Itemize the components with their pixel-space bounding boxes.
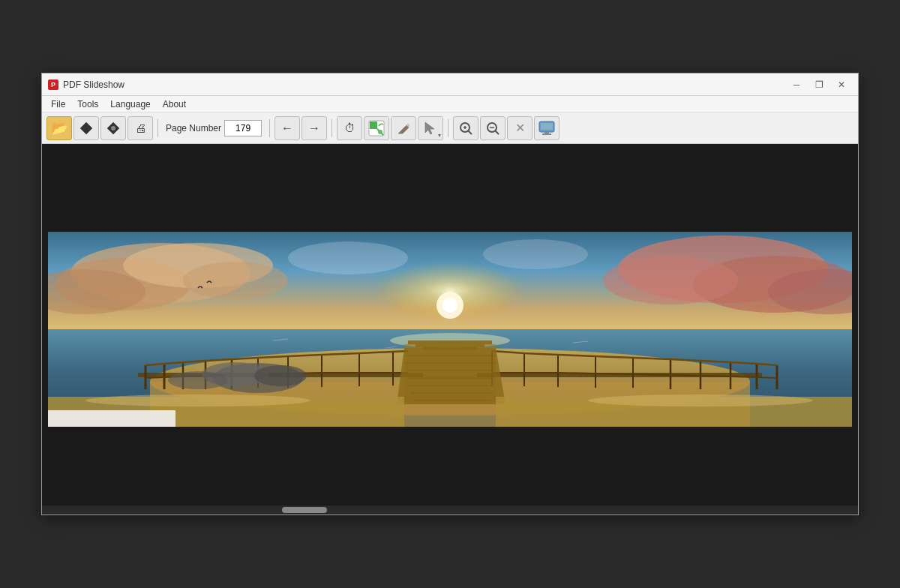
application-window: P PDF Slideshow ─ ❐ ✕ File Tools Languag… xyxy=(41,73,859,515)
content-area xyxy=(42,144,858,514)
menu-about[interactable]: About xyxy=(157,98,192,111)
toolbar-separator-4 xyxy=(448,119,448,137)
transition-button[interactable] xyxy=(364,116,389,140)
page-number-container: Page Number xyxy=(166,120,262,136)
previous-page-button[interactable]: ← xyxy=(274,116,300,140)
svg-point-82 xyxy=(254,365,307,386)
toolbar: 📂 🖨 Page Number xyxy=(42,112,858,144)
svg-point-30 xyxy=(183,262,288,299)
svg-point-2 xyxy=(111,126,116,130)
toolbar-separator-2 xyxy=(269,119,270,137)
horizontal-scrollbar[interactable] xyxy=(42,506,858,514)
scrollbar-thumb[interactable] xyxy=(282,507,327,513)
play-button[interactable] xyxy=(74,116,99,140)
svg-marker-9 xyxy=(425,122,434,134)
svg-point-25 xyxy=(442,298,458,313)
svg-rect-46 xyxy=(408,340,492,344)
slide-image xyxy=(48,232,852,427)
svg-line-16 xyxy=(495,130,499,134)
svg-point-83 xyxy=(168,371,228,389)
open-button[interactable]: 📂 xyxy=(46,116,72,140)
close-slide-button[interactable]: ✕ xyxy=(507,116,532,140)
svg-marker-6 xyxy=(398,125,409,134)
svg-line-13 xyxy=(468,130,472,134)
print-button[interactable]: 🖨 xyxy=(128,116,153,140)
svg-marker-72 xyxy=(397,348,506,404)
slide-svg xyxy=(48,232,852,427)
next-page-button[interactable]: → xyxy=(302,116,327,140)
window-controls: ─ ❐ ✕ xyxy=(786,76,852,93)
close-window-button[interactable]: ✕ xyxy=(831,76,852,93)
timer-button[interactable]: ⏱ xyxy=(337,116,362,140)
page-number-label: Page Number xyxy=(166,123,221,134)
app-icon: P xyxy=(48,80,58,90)
svg-point-5 xyxy=(378,130,382,134)
cursor-button[interactable]: ▾ xyxy=(418,116,443,140)
svg-rect-20 xyxy=(544,132,549,134)
zoom-out-button[interactable] xyxy=(480,116,506,140)
svg-rect-19 xyxy=(541,123,553,130)
menu-file[interactable]: File xyxy=(45,98,71,111)
svg-point-35 xyxy=(288,242,408,274)
menu-language[interactable]: Language xyxy=(104,98,156,111)
svg-rect-21 xyxy=(542,134,551,135)
thumbnail-view-button[interactable] xyxy=(534,116,560,140)
minimize-button[interactable]: ─ xyxy=(786,76,807,93)
svg-point-36 xyxy=(483,239,588,269)
toolbar-separator-3 xyxy=(332,119,332,137)
title-bar: P PDF Slideshow ─ ❐ ✕ xyxy=(42,74,858,96)
settings-button[interactable] xyxy=(100,116,126,140)
maximize-button[interactable]: ❐ xyxy=(808,76,830,93)
menu-bar: File Tools Language About xyxy=(42,96,858,112)
toolbar-separator-1 xyxy=(158,119,158,137)
svg-point-86 xyxy=(86,394,310,406)
menu-tools[interactable]: Tools xyxy=(71,98,104,111)
thumbnail-bar xyxy=(48,410,176,427)
svg-point-33 xyxy=(603,256,738,304)
page-number-input[interactable] xyxy=(224,120,262,136)
window-title: PDF Slideshow xyxy=(63,80,786,90)
desktop: P PDF Slideshow ─ ❐ ✕ File Tools Languag… xyxy=(0,0,900,588)
zoom-in-button[interactable] xyxy=(453,116,478,140)
svg-marker-0 xyxy=(80,122,92,134)
annotate-button[interactable] xyxy=(391,116,416,140)
svg-rect-4 xyxy=(370,122,377,129)
svg-point-87 xyxy=(588,394,813,406)
